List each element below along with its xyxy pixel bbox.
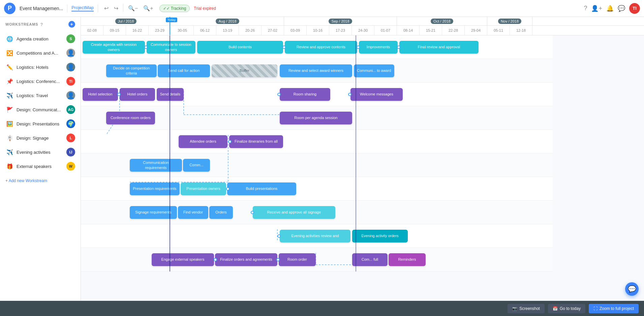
project-name[interactable]: ProjectMap — [71, 5, 94, 11]
task-conference-orders[interactable]: Conference room orders — [106, 112, 155, 124]
main-layout: WORKSTREAMS ? + 🌐 Agenda creation S 🔀 Co… — [0, 17, 644, 301]
workstreams-help-icon[interactable]: ? — [40, 22, 43, 27]
app-logo[interactable]: P — [4, 3, 16, 14]
app-title: Event Managemen... — [20, 6, 63, 11]
zoom-full-button[interactable]: ⛶ Zoom to full project — [589, 304, 639, 313]
design-comm-avatar: AG — [66, 105, 75, 114]
task-attendee-orders[interactable]: Attendee orders — [179, 135, 227, 148]
help-icon[interactable]: ? — [584, 5, 587, 12]
task-hotel-selection[interactable]: Hotel selection — [83, 88, 118, 101]
task-communicate-award[interactable]: Communi... to award — [354, 64, 394, 77]
notifications-icon[interactable]: 🔔 — [606, 5, 614, 12]
task-room-agenda[interactable]: Room per agenda session — [280, 112, 352, 124]
task-receive-approve-signage[interactable]: Receive and approve all signage — [253, 206, 335, 219]
task-room-order[interactable]: Room order — [279, 253, 316, 266]
divider2 — [98, 4, 98, 12]
zoom-in-button[interactable]: 🔍+ — [141, 4, 155, 13]
undo-button[interactable]: ↩ — [102, 4, 111, 13]
task-buffer[interactable]: Buffer — [212, 64, 277, 77]
sidebar-item-conference[interactable]: 📌 Logistics: Conferenc... TI — [0, 74, 81, 88]
gantt-row-speakers: Engage external speakers Finalize orders… — [81, 248, 553, 271]
task-pres-requirements[interactable]: Presentation requirements — [130, 182, 180, 195]
timeline-header: Jul / 2018Aug / 2018Sep / 2018Oct / 2018… — [81, 17, 644, 35]
presentations-icon: 🖼️ — [6, 121, 13, 127]
task-send-call[interactable]: Send call for action — [158, 64, 210, 77]
task-orders[interactable]: Orders — [209, 206, 233, 219]
timeline-months: Jul / 2018Aug / 2018Sep / 2018Oct / 2018… — [81, 17, 644, 26]
task-final-review[interactable]: Final review and approval — [399, 41, 479, 54]
sidebar-item-design-comm[interactable]: 🚩 Design: Communicat... AG — [0, 103, 81, 117]
user-avatar[interactable]: TI — [629, 3, 640, 14]
task-send-details[interactable]: Send details — [157, 88, 184, 101]
sidebar-item-speakers[interactable]: 🎁 External speakers W — [0, 159, 81, 173]
redo-button[interactable]: ↪ — [112, 4, 120, 13]
task-comm-requirements[interactable]: Communication requirements — [130, 159, 182, 172]
sidebar-header: WORKSTREAMS ? + — [0, 17, 81, 32]
add-workstream-button[interactable]: + — [68, 21, 75, 28]
milestone-speakers1 — [214, 258, 217, 261]
travel-avatar: 👤 — [66, 91, 75, 100]
sidebar-item-evening[interactable]: ✈️ Evening activities IJ — [0, 145, 81, 159]
task-competition-criteria[interactable]: Decide on competition criteria — [106, 64, 157, 77]
task-com-full[interactable]: Com... full — [352, 253, 388, 266]
sidebar-item-presentations[interactable]: 🖼️ Design: Presentations 🌍 — [0, 117, 81, 131]
gantt-row-hotels: Hotel selection Hotel orders Send detail… — [81, 83, 553, 106]
task-create-agenda[interactable]: Create agenda with session owners — [83, 41, 145, 54]
task-communicate-session[interactable]: Communicate to session owners — [147, 41, 195, 54]
task-pres-owners[interactable]: Presentation owners — [181, 182, 226, 195]
zoom-icon: ⛶ — [593, 306, 597, 311]
tracking-badge[interactable]: ✓ ✓ Tracking — [159, 5, 190, 12]
milestone-hotels2 — [277, 93, 281, 96]
task-review-approve[interactable]: Review and approve contents — [285, 41, 357, 54]
zoom-out-button[interactable]: 🔍− — [126, 4, 140, 13]
sidebar-item-competitions[interactable]: 🔀 Competitions and A... 👤 — [0, 46, 81, 60]
evening-label: Evening activities — [17, 150, 63, 155]
hotels-avatar: 👤 — [66, 63, 75, 71]
gantt-body[interactable]: Create agenda with session owners Commun… — [81, 35, 644, 301]
messages-icon[interactable]: 💬 — [618, 5, 625, 12]
divider — [67, 4, 67, 12]
screenshot-button[interactable]: 📷 Screenshot — [508, 304, 545, 313]
goto-today-button[interactable]: 📅 Go to today — [548, 304, 585, 313]
travel-icon: ✈️ — [6, 92, 13, 99]
milestone-travel1 — [228, 140, 232, 143]
gantt-row-travel: Attendee orders Finalize itineraries fro… — [81, 130, 553, 153]
milestone-pres1 — [226, 187, 229, 191]
task-find-vendor[interactable]: Find vendor — [178, 206, 208, 219]
signage-label: Design: Signage — [17, 136, 63, 141]
task-room-sharing[interactable]: Room sharing — [280, 88, 330, 101]
task-engage-speakers[interactable]: Engage external speakers — [152, 253, 214, 266]
travel-label: Logistics: Travel — [17, 93, 63, 98]
goto-today-label: Go to today — [560, 306, 581, 311]
trial-badge: Trial expired — [194, 6, 216, 11]
sidebar-item-hotels[interactable]: ✏️ Logistics: Hotels 👤 — [0, 60, 81, 74]
task-reminders[interactable]: Reminders — [389, 253, 426, 266]
task-evening-orders[interactable]: Evening activity orders — [352, 230, 408, 242]
conference-icon: 📌 — [6, 78, 13, 85]
add-member-icon[interactable]: 👤+ — [591, 5, 602, 12]
task-evening-review[interactable]: Evening activities review and — [280, 230, 350, 242]
add-workstream-link[interactable]: + Add new Workstream — [5, 178, 47, 183]
chat-bubble[interactable]: 💬 — [625, 282, 639, 296]
task-comm-short[interactable]: Comm... — [183, 159, 210, 172]
task-finalize-orders[interactable]: Finalize orders and agreements — [215, 253, 277, 266]
zoom-full-label: Zoom to full project — [600, 306, 634, 311]
task-review-award[interactable]: Review and select award winners — [280, 64, 352, 77]
task-improvements[interactable]: Improvements — [359, 41, 398, 54]
speakers-label: External speakers — [17, 164, 63, 169]
task-build-contents[interactable]: Build contents — [197, 41, 283, 54]
task-build-presentations[interactable]: Build presentations — [227, 182, 296, 195]
task-finalize-itineraries[interactable]: Finalize itineraries from all — [229, 135, 283, 148]
sidebar-item-signage[interactable]: 🪧 Design: Signage L — [0, 131, 81, 145]
task-welcome-messages[interactable]: Welcome messages — [350, 88, 403, 101]
hotels-label: Logistics: Hotels — [17, 65, 63, 70]
design-comm-icon: 🚩 — [6, 107, 13, 113]
sidebar-item-travel[interactable]: ✈️ Logistics: Travel 👤 — [0, 88, 81, 103]
milestone-dot — [144, 46, 148, 49]
gantt-row-competitions: Decide on competition criteria Send call… — [81, 59, 553, 83]
task-hotel-orders[interactable]: Hotel orders — [120, 88, 155, 101]
conference-avatar: TI — [66, 77, 75, 86]
sidebar-item-agenda[interactable]: 🌐 Agenda creation S — [0, 32, 81, 46]
sidebar-footer: + Add new Workstream — [0, 173, 81, 188]
gantt-rows: Create agenda with session owners Commun… — [81, 35, 553, 271]
